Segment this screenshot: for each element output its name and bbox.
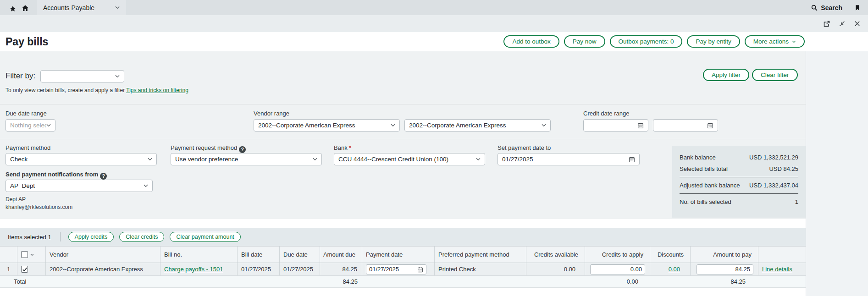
col-header-amount-due: Amount due (320, 247, 362, 263)
search-button[interactable]: Search (811, 4, 842, 11)
apply-credits-button[interactable]: Apply credits (68, 232, 114, 242)
bank-label: Bank* (334, 144, 351, 151)
due-date-range-select[interactable]: Nothing selected (6, 119, 55, 132)
col-header-preferred-payment-method: Preferred payment method (435, 247, 526, 263)
vendor-range-from-select[interactable]: 2002--Corporate American Express (254, 119, 400, 132)
line-details-link[interactable]: Line details (762, 266, 792, 273)
summary-divider (680, 193, 798, 194)
bank-select[interactable]: CCU 4444--Crescent Credit Union (100) (334, 153, 485, 165)
chevron-down-icon (476, 158, 481, 161)
apply-filter-button[interactable]: Apply filter (703, 69, 749, 81)
search-icon (811, 5, 818, 11)
calendar-icon[interactable] (417, 266, 423, 273)
collapse-icon[interactable] (839, 20, 846, 27)
adjusted-balance-value: USD 1,332,437.04 (749, 182, 798, 189)
module-selector[interactable]: Accounts Payable (37, 0, 126, 15)
clear-payment-amount-button[interactable]: Clear payment amount (170, 232, 240, 242)
amount-to-pay-field (697, 264, 753, 274)
filter-hint: To only view certain bills, create and a… (6, 87, 188, 93)
cell-discounts: 0.00 (650, 263, 691, 275)
credits-to-apply-field (590, 264, 645, 274)
payment-request-method-value: Use vendor preference (175, 156, 238, 163)
payment-date-input[interactable] (369, 266, 415, 273)
adjusted-balance-row: Adjusted bank balance USD 1,332,437.04 (680, 180, 798, 191)
payment-date-field (366, 264, 426, 274)
calendar-icon[interactable] (629, 156, 635, 163)
pay-now-button[interactable]: Pay now (564, 35, 605, 48)
col-header-bill-no: Bill no. (160, 247, 238, 263)
page-gutter (806, 51, 868, 296)
divider (0, 139, 806, 139)
outbox-payments-button[interactable]: Outbox payments: 0 (610, 35, 683, 48)
vendor-range-to-value: 2002--Corporate American Express (409, 122, 506, 129)
credit-date-to-input[interactable] (658, 122, 707, 129)
help-icon[interactable]: ? (100, 173, 107, 180)
payment-method-select[interactable]: Check (6, 153, 157, 165)
col-header-bill-date: Bill date (238, 247, 280, 263)
open-new-window-icon[interactable] (823, 20, 830, 27)
required-marker: * (349, 144, 351, 151)
credit-date-from-field (583, 119, 648, 132)
set-payment-date-input[interactable] (502, 156, 629, 163)
cell-bill-no: Charge payoffs - 1501 (160, 263, 238, 275)
home-icon[interactable] (22, 4, 29, 12)
filter-tips-link[interactable]: Tips and tricks on filtering (126, 87, 188, 93)
vendor-range-to-select[interactable]: 2002--Corporate American Express (404, 119, 551, 132)
vendor-range-label: Vendor range (254, 110, 289, 117)
bills-selected-value: 1 (795, 198, 798, 205)
select-all-checkbox[interactable] (21, 251, 28, 258)
bills-selected-label: No. of bills selected (680, 198, 731, 205)
close-icon[interactable] (854, 20, 861, 27)
more-actions-button[interactable]: More actions (745, 35, 805, 48)
chevron-down-icon (115, 6, 120, 9)
amount-to-pay-input[interactable] (700, 266, 750, 273)
pay-by-entity-button[interactable]: Pay by entity (687, 35, 740, 48)
chevron-down-icon (313, 158, 317, 161)
total-amount-due: 84.25 (320, 276, 362, 287)
page-title: Pay bills (6, 36, 48, 48)
payment-method-label: Payment method (6, 144, 50, 151)
table-total-row: Total 84.25 0.00 84.25 (0, 276, 806, 288)
credit-date-from-input[interactable] (588, 122, 637, 129)
calendar-icon[interactable] (707, 122, 713, 129)
clear-credits-button[interactable]: Clear credits (119, 232, 164, 242)
cell-credits-to-apply (585, 263, 650, 275)
topbar-right: Search (811, 0, 861, 15)
adjusted-balance-label: Adjusted bank balance (680, 182, 740, 189)
bank-balance-label: Bank balance (680, 154, 716, 161)
payment-request-method-select[interactable]: Use vendor preference (171, 153, 322, 165)
select-all-chevron-icon[interactable] (30, 253, 34, 256)
filter-by-select[interactable] (40, 70, 124, 82)
bill-no-link[interactable]: Charge payoffs - 1501 (164, 266, 223, 273)
col-header-credits-to-apply: Credits to apply (585, 247, 650, 263)
col-header-vendor: Vendor (46, 247, 160, 263)
select-all-header (17, 247, 46, 263)
bills-selected-row: No. of bills selected 1 (680, 196, 798, 208)
bills-table: Vendor Bill no. Bill date Due date Amoun… (0, 246, 806, 288)
window-controls-bar (0, 15, 868, 32)
balance-summary-panel: Bank balance USD 1,332,521.29 Selected b… (672, 146, 806, 218)
bookmark-icon[interactable] (854, 5, 861, 11)
selected-bills-total-value: USD 84.25 (769, 165, 798, 172)
col-header-discounts: Discounts (650, 247, 691, 263)
chevron-down-icon (46, 124, 51, 127)
col-header-due-date: Due date (280, 247, 320, 263)
row-select-cell (17, 263, 46, 275)
module-label: Accounts Payable (43, 4, 94, 11)
credits-to-apply-input[interactable] (593, 266, 642, 273)
set-payment-date-field (498, 153, 640, 165)
grid-toolbar: Items selected 1 Apply credits Clear cre… (0, 228, 806, 246)
discounts-link[interactable]: 0.00 (669, 266, 680, 273)
contact-name: Dept AP (6, 196, 26, 203)
total-label: Total (0, 276, 46, 287)
cell-amount-to-pay (691, 263, 758, 275)
due-date-range-value: Nothing selected (10, 122, 46, 129)
calendar-icon[interactable] (637, 122, 644, 129)
cell-payment-date (362, 263, 435, 275)
favorites-star-icon[interactable] (10, 4, 16, 12)
clear-filter-button[interactable]: Clear filter (752, 69, 798, 81)
row-checkbox-checked[interactable] (21, 266, 28, 273)
add-to-outbox-button[interactable]: Add to outbox (503, 35, 559, 48)
help-icon[interactable]: ? (239, 146, 246, 153)
notify-from-select[interactable]: AP_Dept (6, 180, 153, 192)
